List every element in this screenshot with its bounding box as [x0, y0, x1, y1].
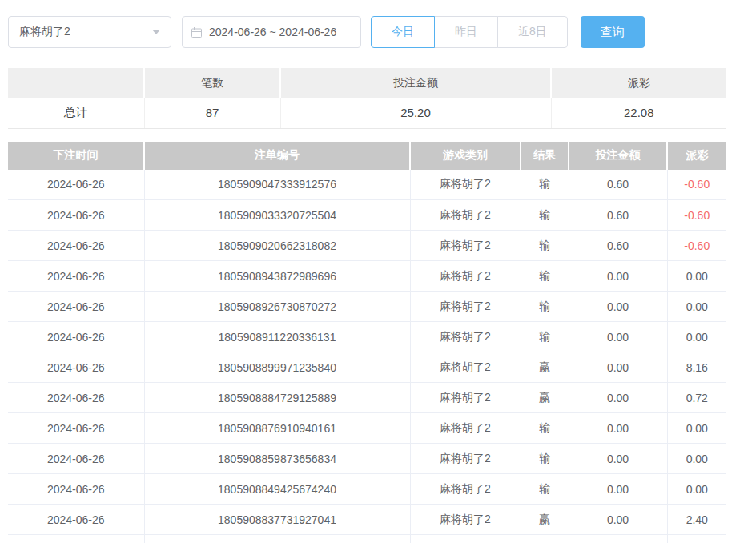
- date-range-picker[interactable]: 2024-06-26 ~ 2024-06-26: [182, 16, 361, 48]
- cell-game-type: 麻将胡了2: [410, 261, 521, 292]
- cell-order-id: 1805908849425674240: [144, 474, 410, 505]
- cell-bet-amount: 0.00: [569, 322, 667, 352]
- cell-order-id: 1805908884729125889: [144, 383, 410, 413]
- cell-bet-amount: 0.00: [569, 261, 667, 292]
- cell-result: 输: [521, 261, 569, 292]
- summary-header-empty: [8, 68, 144, 98]
- table-row: 2024-06-261805908884729125889麻将胡了2赢0.000…: [8, 383, 726, 413]
- cell-bet-time: [8, 535, 144, 543]
- cell-bet-time: 2024-06-26: [8, 170, 144, 200]
- query-button[interactable]: 查询: [581, 16, 645, 48]
- toolbar: 麻将胡了2 2024-06-26 ~ 2024-06-26 今日 昨日 近8日 …: [8, 16, 756, 48]
- cell-bet-amount: 0.00: [569, 292, 667, 322]
- cell-bet-time: 2024-06-26: [8, 200, 144, 231]
- cell-game-type: 麻将胡了2: [410, 413, 521, 444]
- summary-header-count: 笔数: [144, 68, 280, 98]
- chevron-down-icon: [152, 30, 160, 34]
- cell-payout: 0.00: [667, 322, 726, 352]
- summary-table: 笔数 投注金额 派彩 总计 87 25.20 22.08: [8, 68, 726, 129]
- cell-order-id: 1805908859873656834: [144, 444, 410, 474]
- records-header-payout: 派彩: [667, 142, 726, 170]
- cell-bet-amount: 0.00: [569, 444, 667, 474]
- summary-header-bet-amount: 投注金额: [280, 68, 551, 98]
- cell-order-id: 1805908899971235840: [144, 352, 410, 383]
- cell-result: 输: [521, 322, 569, 352]
- table-row: 2024-06-261805908899971235840麻将胡了2赢0.008…: [8, 352, 726, 383]
- summary-total-bet-amount: 25.20: [280, 98, 551, 128]
- cell-bet-time: 2024-06-26: [8, 292, 144, 322]
- cell-result: 输: [521, 444, 569, 474]
- cell-result: 输: [521, 200, 569, 231]
- cell-order-id: 1805908876910940161: [144, 413, 410, 444]
- summary-header-payout: 派彩: [551, 68, 726, 98]
- table-row: 2024-06-261805908926730870272麻将胡了2输0.000…: [8, 292, 726, 322]
- cell-bet-amount: 0.60: [569, 231, 667, 261]
- table-row: 2024-06-261805908859873656834麻将胡了2输0.000…: [8, 444, 726, 474]
- cell-payout: 0.72: [667, 383, 726, 413]
- cell-result: 赢: [521, 505, 569, 535]
- date-range-value: 2024-06-26 ~ 2024-06-26: [209, 26, 336, 38]
- cell-payout: 0.00: [667, 292, 726, 322]
- cell-bet-amount: 0.00: [569, 505, 667, 535]
- quick-filter-group: 今日 昨日 近8日: [371, 16, 568, 48]
- cell-bet-time: 2024-06-26: [8, 444, 144, 474]
- cell-bet-amount: [569, 535, 667, 543]
- cell-game-type: 麻将胡了2: [410, 444, 521, 474]
- cell-bet-amount: 0.00: [569, 474, 667, 505]
- table-row: 2024-06-261805908837731927041麻将胡了2赢0.002…: [8, 505, 726, 535]
- cell-payout: 0.00: [667, 444, 726, 474]
- cell-bet-time: 2024-06-26: [8, 383, 144, 413]
- records-header-row: 下注时间 注单编号 游戏类别 结果 投注金额 派彩: [8, 142, 726, 170]
- cell-result: 输: [521, 413, 569, 444]
- summary-total-payout: 22.08: [551, 98, 726, 128]
- cell-order-id: 1805909020662318082: [144, 231, 410, 261]
- summary-total-label: 总计: [8, 98, 144, 128]
- records-header-game: 游戏类别: [410, 142, 521, 170]
- cell-payout: 0.00: [667, 413, 726, 444]
- cell-bet-amount: 0.60: [569, 170, 667, 200]
- cell-payout: -0.60: [667, 231, 726, 261]
- cell-bet-amount: 0.60: [569, 200, 667, 231]
- table-row: 2024-06-261805909020662318082麻将胡了2输0.60-…: [8, 231, 726, 261]
- cell-game-type: 麻将胡了2: [410, 170, 521, 200]
- cell-order-id: 1805908926730870272: [144, 292, 410, 322]
- cell-game-type: 麻将胡了2: [410, 383, 521, 413]
- table-row: [8, 535, 726, 543]
- cell-bet-amount: 0.00: [569, 383, 667, 413]
- cell-result: 输: [521, 292, 569, 322]
- cell-result: [521, 535, 569, 543]
- summary-total-count: 87: [144, 98, 280, 128]
- table-row: 2024-06-261805909047333912576麻将胡了2输0.60-…: [8, 170, 726, 200]
- summary-header-row: 笔数 投注金额 派彩: [8, 68, 726, 98]
- cell-result: 输: [521, 231, 569, 261]
- records-header-result: 结果: [521, 142, 569, 170]
- table-row: 2024-06-261805908943872989696麻将胡了2输0.000…: [8, 261, 726, 292]
- cell-bet-amount: 0.00: [569, 413, 667, 444]
- game-select[interactable]: 麻将胡了2: [8, 16, 171, 48]
- cell-result: 输: [521, 474, 569, 505]
- records-header-time: 下注时间: [8, 142, 144, 170]
- summary-total-row: 总计 87 25.20 22.08: [8, 98, 726, 128]
- cell-order-id: 1805909047333912576: [144, 170, 410, 200]
- cell-game-type: 麻将胡了2: [410, 505, 521, 535]
- cell-result: 赢: [521, 383, 569, 413]
- cell-order-id: 1805908837731927041: [144, 505, 410, 535]
- table-row: 2024-06-261805909033320725504麻将胡了2输0.60-…: [8, 200, 726, 231]
- cell-order-id: 1805909033320725504: [144, 200, 410, 231]
- cell-payout: 8.16: [667, 352, 726, 383]
- cell-game-type: 麻将胡了2: [410, 231, 521, 261]
- filter-today-button[interactable]: 今日: [371, 16, 435, 48]
- cell-payout: [667, 535, 726, 543]
- filter-last8days-button[interactable]: 近8日: [497, 16, 568, 48]
- cell-bet-time: 2024-06-26: [8, 322, 144, 352]
- cell-game-type: 麻将胡了2: [410, 352, 521, 383]
- cell-payout: 0.00: [667, 474, 726, 505]
- cell-bet-time: 2024-06-26: [8, 352, 144, 383]
- cell-order-id: 1805908943872989696: [144, 261, 410, 292]
- cell-payout: -0.60: [667, 170, 726, 200]
- cell-bet-amount: 0.00: [569, 352, 667, 383]
- table-row: 2024-06-261805908849425674240麻将胡了2输0.000…: [8, 474, 726, 505]
- filter-yesterday-button[interactable]: 昨日: [434, 16, 498, 48]
- cell-bet-time: 2024-06-26: [8, 261, 144, 292]
- cell-game-type: [410, 535, 521, 543]
